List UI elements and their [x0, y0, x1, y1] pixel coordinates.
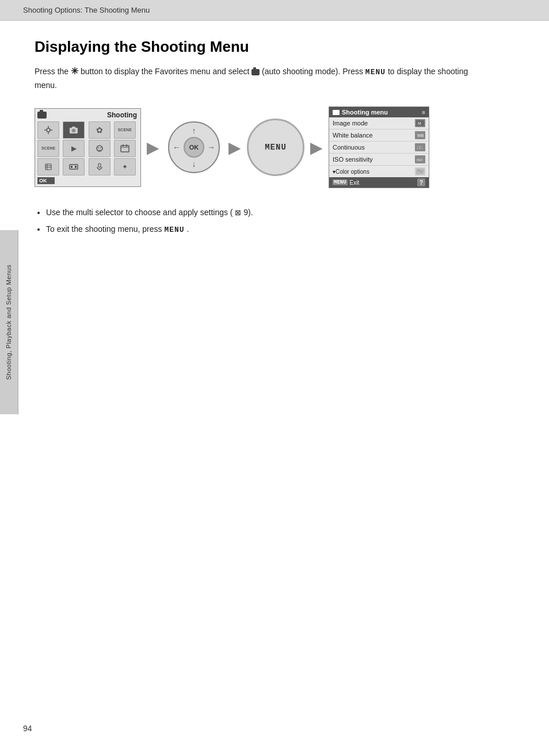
intro-part1: Press the — [35, 67, 71, 76]
grid-cell-wrench — [37, 158, 59, 175]
intro-paragraph: Press the ✳ button to display the Favori… — [35, 64, 483, 91]
selector-arrow-right: → — [207, 143, 215, 152]
fav-grid: ✿ SCENE SCENE ▶ — [37, 121, 138, 175]
svg-text:M: M — [418, 121, 421, 125]
menu-button-label: MENU — [265, 143, 287, 152]
sm-row-continuous: Continuous □□ — [329, 142, 429, 154]
screen-menu-button[interactable]: MENU — [247, 119, 304, 176]
sm-row-continuous-icon: □□ — [415, 143, 425, 151]
shooting-menu-footer: MENU Exit ? — [329, 177, 429, 188]
sm-row-image-mode-icon: M — [415, 119, 425, 127]
grid-cell-date — [114, 140, 136, 157]
grid-cell-play: ▶ — [63, 140, 85, 157]
intro-part3: (auto shooting mode). Press — [262, 67, 365, 76]
svg-rect-6 — [72, 127, 75, 128]
sm-row-iso: ISO sensitivity ISO — [329, 154, 429, 166]
main-content: Displaying the Shooting Menu Press the ✳… — [0, 21, 549, 254]
sm-row-image-mode-label: Image mode — [333, 120, 368, 127]
grid-cell-film — [63, 158, 85, 175]
bullet-1-text-after: 9). — [243, 208, 253, 217]
grid-cell-mic — [89, 158, 110, 175]
selector-arrow-left: ← — [173, 143, 181, 152]
bullet-2-text-before: To exit the shooting menu, press — [46, 224, 164, 234]
fav-header: Shooting — [37, 111, 138, 119]
selector-arrow-bottom: ↓ — [192, 159, 196, 169]
svg-rect-20 — [71, 166, 73, 168]
diagram-row: Shooting ✿ SCENE SCENE — [35, 106, 514, 188]
shooting-menu-header: Shooting menu ≡ — [329, 107, 429, 117]
bullet-1-text-before: Use the multi selector to choose and app… — [46, 208, 233, 217]
sm-header-title: Shooting menu — [342, 109, 422, 116]
arrow-2: ▶ — [228, 138, 241, 157]
svg-text:ISO: ISO — [417, 158, 423, 162]
camera-icon — [251, 69, 260, 75]
grid-cell-scene1: SCENE — [114, 121, 136, 139]
bullet-item-2: To exit the shooting menu, press MENU . — [46, 222, 514, 236]
page-number: 94 — [23, 724, 32, 733]
page-title: Displaying the Shooting Menu — [35, 38, 514, 56]
svg-point-9 — [98, 147, 99, 148]
selector-arrow-top: ↑ — [192, 126, 196, 135]
sm-row-white-balance: White balance WB — [329, 129, 429, 142]
screen-selector: ↑ ↓ ← → OK — [165, 119, 223, 176]
sm-header-cam-icon — [333, 110, 340, 115]
grid-cell-flower: ✿ — [89, 121, 110, 139]
arrow-1: ▶ — [147, 138, 159, 157]
bullet-1-icon: ⊠ — [235, 208, 241, 217]
sm-header-scroll-icon: ≡ — [422, 109, 425, 116]
grid-cell-camera — [63, 121, 85, 139]
svg-text:WB: WB — [417, 133, 424, 138]
grid-cell-star: ✦ — [114, 158, 136, 175]
sm-footer-help-icon: ? — [417, 178, 425, 186]
grid-cell-settings — [37, 121, 59, 139]
sm-row-iso-icon: ISO — [415, 155, 425, 163]
bullet-2-text-after: . — [187, 224, 189, 234]
svg-rect-15 — [45, 164, 51, 170]
sm-row-image-mode: Image mode M — [329, 117, 429, 129]
grid-cell-face — [89, 140, 110, 157]
side-label-text: Shooting, Playback and Setup Menus — [6, 265, 13, 380]
screen-favorites: Shooting ✿ SCENE SCENE — [35, 108, 141, 187]
screen-shooting-menu: Shooting menu ≡ Image mode M White balan… — [329, 106, 429, 188]
bullet-list: Use the multi selector to choose and app… — [46, 205, 514, 237]
sm-row-color-icon — [415, 167, 425, 175]
ok-bar: OK — [37, 177, 55, 184]
ok-label: OK — [39, 178, 47, 184]
sm-footer-menu-label: MENU — [333, 180, 348, 185]
svg-rect-22 — [98, 163, 101, 167]
svg-point-7 — [72, 129, 75, 132]
grid-cell-scene2: SCENE — [37, 140, 59, 157]
svg-point-0 — [47, 128, 50, 132]
ok-button[interactable]: OK — [184, 137, 204, 158]
star-icon: ✳ — [71, 66, 78, 76]
bullet-item-1: Use the multi selector to choose and app… — [46, 205, 514, 220]
page-header: Shooting Options: The Shooting Menu — [0, 0, 549, 21]
fav-cam-icon — [37, 112, 47, 119]
fav-shooting-label: Shooting — [47, 111, 138, 119]
menu-keyword-2: MENU — [164, 226, 184, 234]
sm-row-white-balance-icon: WB — [415, 131, 425, 139]
arrow-3: ▶ — [310, 138, 323, 157]
sm-footer-exit-label: Exit — [350, 180, 360, 186]
menu-keyword-1: MENU — [365, 68, 386, 77]
sm-row-continuous-label: Continuous — [333, 144, 365, 151]
sm-row-color: ▾Color options — [329, 166, 429, 177]
sm-row-color-label: ▾Color options — [333, 169, 369, 175]
svg-point-10 — [100, 147, 101, 148]
header-text: Shooting Options: The Shooting Menu — [23, 6, 150, 14]
sm-row-iso-label: ISO sensitivity — [333, 156, 373, 163]
selector-outer: ↑ ↓ ← → OK — [168, 121, 220, 173]
side-label: Shooting, Playback and Setup Menus — [0, 230, 18, 414]
svg-text:□□: □□ — [417, 146, 422, 150]
sm-row-white-balance-label: White balance — [333, 132, 373, 139]
svg-rect-11 — [121, 146, 129, 152]
intro-part2: button to display the Favorites menu and… — [81, 67, 251, 76]
svg-rect-21 — [75, 166, 77, 168]
